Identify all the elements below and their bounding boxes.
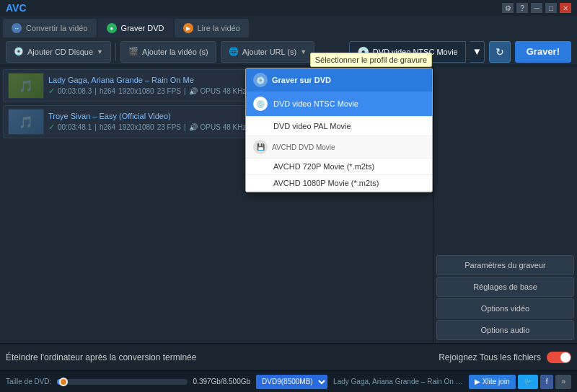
dropdown-header-label: Graver sur DVD (272, 76, 331, 84)
sep2-2: | (184, 123, 186, 131)
help-icon[interactable]: ? (516, 3, 528, 13)
pal-label: DVD video PAL Movie (273, 122, 351, 130)
right-sidebar: Paramètres du graveur Réglages de base O… (433, 66, 577, 343)
add-disc-button[interactable]: 💿 Ajouter CD Disque ▼ (6, 41, 111, 63)
duration-2: 00:03:48.1 (58, 123, 92, 131)
tab-play[interactable]: ▶ Lire la vidéo (175, 19, 249, 37)
basic-settings-label: Réglages de base (473, 282, 537, 291)
facebook-button[interactable]: f (540, 375, 554, 389)
action-btns-right: ▶ Xlite join 🐦 f » (469, 375, 571, 389)
video-icon: 🎬 (128, 47, 138, 56)
check-1: ✓ (48, 86, 55, 96)
url-icon: 🌐 (229, 47, 239, 56)
twitter-icon: 🐦 (524, 378, 532, 386)
sep-2: | (94, 123, 97, 131)
title-bar-controls: ⚙ ? ─ □ ✕ (502, 3, 571, 13)
title-bar: AVC ⚙ ? ─ □ ✕ (0, 0, 577, 16)
check-2: ✓ (48, 122, 55, 132)
twitter-button[interactable]: 🐦 (518, 375, 538, 389)
more-button[interactable]: » (555, 375, 571, 389)
profile-dropdown-arrow[interactable]: ▼ (470, 41, 485, 63)
disc-icon: 💿 (14, 47, 24, 56)
audio-options-button[interactable]: Options audio (436, 320, 574, 340)
join-toggle[interactable] (547, 352, 571, 363)
audio-icon-1: 🔊 (189, 87, 198, 95)
audio-icon-2: 🔊 (189, 123, 198, 131)
toggle-knob (560, 352, 571, 362)
dropdown-item-pal[interactable]: DVD video PAL Movie (246, 117, 432, 136)
thumb-image-2: 🎵 (9, 110, 43, 134)
progress-bar[interactable] (57, 379, 187, 385)
maximize-icon[interactable]: □ (545, 3, 557, 13)
burn-button[interactable]: Graver! (515, 41, 571, 63)
avchd-section-icon: 💾 (253, 140, 268, 154)
avchd-section-label: AVCHD DVD Movie (272, 143, 335, 151)
app-logo: AVC (6, 2, 27, 14)
add-url-label: Ajouter URL (s) (242, 48, 296, 56)
duration-1: 00:03:08.3 (58, 87, 92, 95)
convert-tab-icon: ↔ (12, 23, 22, 33)
res-2: 1920x1080 (118, 123, 154, 131)
tab-bar: ↔ Convertir la vidéo ● Graver DVD ▶ Lire… (0, 16, 577, 37)
profile-dropdown-panel: Sélectionner le profil de gravure 💿 Grav… (245, 68, 433, 192)
tab-burn-label: Graver DVD (121, 24, 164, 32)
add-disc-arrow: ▼ (97, 48, 103, 55)
size-label: 0.397Gb/8.500Gb (193, 378, 251, 386)
refresh-button[interactable]: ↻ (489, 41, 511, 63)
bottom-bar: Éteindre l'ordinateur après la conversio… (0, 343, 577, 370)
xlite-join-button[interactable]: ▶ Xlite join (469, 375, 516, 389)
settings-icon[interactable]: ⚙ (502, 3, 514, 13)
dvd-size-select[interactable]: DVD9(8500MB) DVD5(4700MB) (256, 375, 327, 389)
1080p-label: AVCHD 1080P Movie (*.m2ts) (273, 179, 379, 187)
join-label: Rejoignez Tous les fichiers (439, 352, 541, 362)
main-content: 🎵 Lady Gaga, Ariana Grande – Rain On Me … (0, 66, 577, 343)
dropdown-section-avchd: 💾 AVCHD DVD Movie (246, 136, 432, 159)
xlite-label: ▶ Xlite join (475, 378, 510, 386)
thumb-image-1: 🎵 (9, 74, 43, 98)
codec-2: h264 (100, 123, 115, 131)
codec-1: h264 (100, 87, 115, 95)
dropdown-tooltip: Sélectionner le profil de gravure (310, 53, 432, 67)
tab-convert[interactable]: ↔ Convertir la vidéo (3, 19, 97, 37)
video-options-button[interactable]: Options vidéo (436, 298, 574, 318)
ntsc-icon: 💿 (253, 97, 268, 111)
add-url-button[interactable]: 🌐 Ajouter URL (s) ▼ (221, 41, 314, 63)
video-thumb-2: 🎵 (8, 109, 44, 135)
tab-convert-label: Convertir la vidéo (26, 24, 88, 32)
play-tab-icon: ▶ (183, 23, 193, 33)
fps-1: 23 FPS (157, 87, 181, 95)
sidebar-spacer (436, 69, 574, 254)
res-1: 1920x1080 (118, 87, 154, 95)
ntsc-label: DVD video NTSC Movie (273, 99, 358, 108)
add-video-label: Ajouter la vidéo (s) (142, 48, 208, 56)
fps-2: 23 FPS (157, 123, 181, 131)
video-options-label: Options vidéo (481, 304, 529, 313)
add-url-arrow: ▼ (300, 48, 307, 55)
close-icon[interactable]: ✕ (560, 3, 571, 13)
dropdown-header: 💿 Graver sur DVD (246, 68, 432, 92)
minimize-icon[interactable]: ─ (531, 3, 542, 13)
add-disc-label: Ajouter CD Disque (27, 48, 93, 56)
tab-play-label: Lire la vidéo (198, 24, 240, 32)
tab-burn[interactable]: ● Graver DVD (98, 19, 173, 37)
dropdown-item-1080p[interactable]: AVCHD 1080P Movie (*.m2ts) (246, 175, 432, 192)
burner-settings-button[interactable]: Paramètres du graveur (436, 255, 574, 275)
more-icon: » (561, 378, 565, 386)
audio-options-label: Options audio (481, 326, 530, 334)
app-title: AVC (6, 2, 27, 14)
filename-label: Lady Gaga, Ariana Grande – Rain On Me.mk… (333, 378, 463, 386)
basic-settings-button[interactable]: Réglages de base (436, 277, 574, 297)
burn-label: Graver! (527, 46, 560, 57)
power-label: Éteindre l'ordinateur après la conversio… (6, 352, 196, 362)
720p-label: AVCHD 720P Movie (*.m2ts) (273, 162, 374, 171)
dropdown-item-720p[interactable]: AVCHD 720P Movie (*.m2ts) (246, 159, 432, 175)
dropdown-dvd-icon: 💿 (253, 73, 268, 87)
taille-label: Taille de DVD: (6, 378, 51, 386)
toolbar-divider-1 (115, 43, 116, 61)
dropdown-item-ntsc[interactable]: 💿 DVD video NTSC Movie (246, 92, 432, 117)
sep2-1: | (184, 87, 186, 95)
burn-tab-icon: ● (107, 23, 117, 33)
fb-icon: f (546, 378, 548, 386)
add-video-button[interactable]: 🎬 Ajouter la vidéo (s) (120, 41, 216, 63)
status-bar: Taille de DVD: 0.397Gb/8.500Gb DVD9(8500… (0, 370, 577, 392)
